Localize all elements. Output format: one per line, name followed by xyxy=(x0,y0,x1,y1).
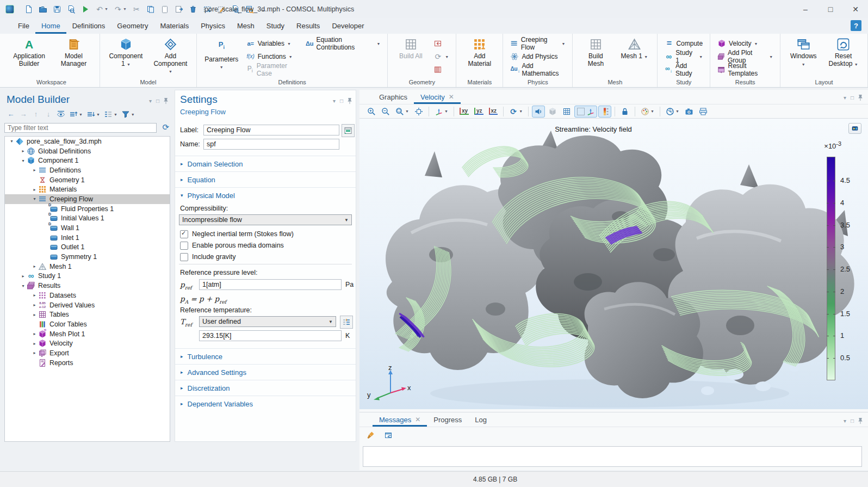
add-plot-group-button[interactable]: Add Plot Group▼ xyxy=(715,51,776,63)
pin-icon[interactable] xyxy=(858,417,863,424)
panel-menu-icon[interactable]: ▾ xyxy=(149,98,152,104)
virtual-operations-icon[interactable] xyxy=(431,64,451,76)
study-1-button[interactable]: ∞Study 1▼ xyxy=(662,51,705,63)
tree-item-color-tables[interactable]: Color Tables xyxy=(5,319,170,329)
checkbox-box[interactable] xyxy=(180,253,188,261)
variables-button[interactable]: a=Variables▼ xyxy=(244,38,301,50)
tree-item-mesh-1[interactable]: ▸Mesh 1 xyxy=(5,262,170,272)
float-panel-icon[interactable]: □ xyxy=(851,95,854,101)
result-templates-button[interactable]: Result Templates xyxy=(715,64,776,76)
close-tab-icon[interactable]: ✕ xyxy=(415,416,420,423)
messages-tab-log[interactable]: Log xyxy=(468,412,493,427)
add-mathematics-button[interactable]: Δu↓Add Mathematics xyxy=(507,64,568,76)
duplicate-icon[interactable] xyxy=(173,4,185,15)
tree-item-velocity[interactable]: ▸Velocity xyxy=(5,338,170,348)
menu-item-results[interactable]: Results xyxy=(290,18,326,34)
color-theme-icon[interactable]: ▼ xyxy=(638,106,656,118)
section-equation[interactable]: ▸Equation xyxy=(175,171,356,187)
tree-item-datasets[interactable]: ▸Datasets xyxy=(5,291,170,300)
rename-button[interactable] xyxy=(342,124,355,137)
float-panel-icon[interactable]: □ xyxy=(156,98,159,104)
save-icon[interactable] xyxy=(51,4,63,15)
close-button[interactable]: ✕ xyxy=(843,0,868,18)
tree-item-outlet-1[interactable]: Outlet 1 xyxy=(5,243,170,252)
tree-expander[interactable]: ▸ xyxy=(31,303,38,307)
new-file-icon[interactable] xyxy=(23,4,35,15)
tree-item-export[interactable]: ▸Export xyxy=(5,348,170,358)
tree-item-tables[interactable]: ▸Tables xyxy=(5,310,170,319)
tree-item-reports[interactable]: Reports xyxy=(5,358,170,368)
expand-all-icon[interactable]: ▼ xyxy=(86,110,100,119)
environment-icon[interactable]: ▼ xyxy=(664,106,681,118)
menu-item-geometry[interactable]: Geometry xyxy=(111,18,154,34)
zoom-in-icon[interactable] xyxy=(365,106,378,118)
collapse-all-icon[interactable]: ▼ xyxy=(69,110,83,119)
view-xz-icon[interactable]: xz xyxy=(487,106,500,116)
open-icon[interactable] xyxy=(37,4,49,15)
save-search-icon[interactable] xyxy=(65,4,77,15)
filter-icon[interactable]: ▼ xyxy=(121,110,135,119)
checkbox-box[interactable] xyxy=(180,242,188,250)
panel-menu-icon[interactable]: ▾ xyxy=(844,418,846,424)
show-axes-icon[interactable] xyxy=(574,106,597,118)
menu-item-study[interactable]: Study xyxy=(261,18,290,34)
show-icon[interactable] xyxy=(57,110,65,119)
tree-expander[interactable]: ▾ xyxy=(20,158,27,163)
menu-item-developer[interactable]: Developer xyxy=(326,18,370,34)
tree-item-pore-scale-flow-3d-mph[interactable]: ▾pore_scale_flow_3d.mph xyxy=(5,137,170,146)
graphics-tab-graphics[interactable]: Graphics xyxy=(373,90,414,104)
tree-expander[interactable]: ▾ xyxy=(20,283,27,288)
messages-tab-messages[interactable]: Messages✕ xyxy=(373,412,427,427)
reference-temperature-field[interactable] xyxy=(199,330,342,341)
tree-item-definitions[interactable]: ▸Definitions xyxy=(5,165,170,175)
lock-axes-icon[interactable] xyxy=(618,106,631,118)
checkbox-box[interactable] xyxy=(180,230,188,238)
help-button[interactable]: ? xyxy=(851,20,861,31)
paste-icon[interactable] xyxy=(159,4,171,15)
tree-item-materials[interactable]: ▸Materials xyxy=(5,184,170,194)
tree-item-geometry-1[interactable]: ⋈Geometry 1 xyxy=(5,175,170,185)
section-physical-model[interactable]: ▾ Physical Model xyxy=(175,187,356,203)
compressibility-select[interactable]: Incompressible flow ▼ xyxy=(179,214,352,225)
show-legend-icon[interactable] xyxy=(598,106,611,118)
go-to-source-button[interactable] xyxy=(340,316,353,329)
application-builder-button[interactable]: AApplication Builder xyxy=(8,35,51,78)
tree-item-component-1[interactable]: ▾Component 1 xyxy=(5,156,170,165)
tree-expander[interactable]: ▸ xyxy=(31,168,38,172)
pin-icon[interactable] xyxy=(348,97,352,104)
add-study-button[interactable]: ∞↓Add Study xyxy=(662,64,705,76)
tree-expander[interactable]: ▸ xyxy=(31,350,38,355)
tree-item-inlet-1[interactable]: Inlet 1 xyxy=(5,233,170,243)
tree-expander[interactable]: ▸ xyxy=(31,341,38,346)
refresh-icon[interactable]: ⟳ xyxy=(162,122,169,132)
tree-expander[interactable]: ▾ xyxy=(31,196,38,201)
tree-item-study-1[interactable]: ▸∞Study 1 xyxy=(5,272,170,281)
windows-button[interactable]: Windows ▼ xyxy=(785,35,822,78)
reset-desktop-button[interactable]: Reset Desktop ▼ xyxy=(823,35,863,78)
move-up-icon[interactable]: ↑ xyxy=(32,110,40,119)
functions-button[interactable]: f(x)Functions▼ xyxy=(244,51,301,63)
reference-temperature-select[interactable]: User defined ▼ xyxy=(199,316,336,327)
tree-item-fluid-properties-1[interactable]: DFluid Properties 1 xyxy=(5,204,170,214)
tree-expander[interactable]: ▸ xyxy=(20,149,27,153)
copy-icon[interactable] xyxy=(145,4,157,15)
view-grid-icon[interactable] xyxy=(560,106,573,118)
tree-item-wall-1[interactable]: DWall 1 xyxy=(5,223,170,233)
menu-item-materials[interactable]: Materials xyxy=(154,18,195,34)
tree-item-symmetry-1[interactable]: Symmetry 1 xyxy=(5,252,170,262)
section-turbulence[interactable]: ▸Turbulence xyxy=(175,348,356,364)
delete-icon[interactable] xyxy=(187,4,199,15)
messages-tab-progress[interactable]: Progress xyxy=(427,412,468,427)
maximize-button[interactable]: □ xyxy=(818,0,843,18)
name-field[interactable] xyxy=(203,139,339,150)
mesh-1-button[interactable]: Mesh 1 ▼ xyxy=(616,35,653,78)
menu-item-physics[interactable]: Physics xyxy=(195,18,231,34)
close-tab-icon[interactable]: ✕ xyxy=(449,93,454,101)
update-geometry-icon[interactable]: ⟳▼ xyxy=(431,51,451,63)
nav-back-icon[interactable]: ← xyxy=(7,110,15,119)
checkbox-include-gravity[interactable]: Include gravity xyxy=(180,252,236,261)
add-component-button[interactable]: Add Component ▼ xyxy=(149,35,192,78)
build-mesh-button[interactable]: Build Mesh xyxy=(577,35,614,78)
label-field[interactable] xyxy=(203,125,339,135)
undo-icon[interactable]: ↶▼ xyxy=(94,4,110,15)
